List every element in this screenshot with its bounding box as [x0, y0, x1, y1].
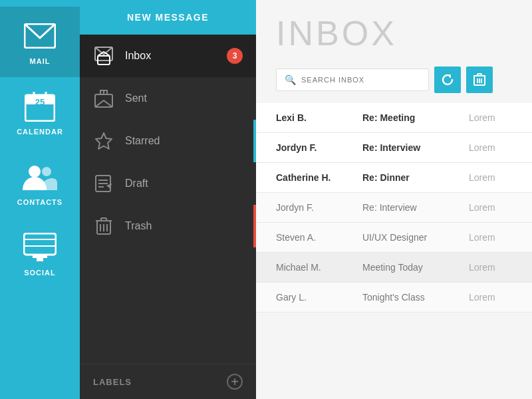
- sidebar-item-draft[interactable]: Draft: [80, 162, 256, 205]
- sent-label: Sent: [125, 92, 243, 104]
- sidebar-item-starred[interactable]: Starred: [80, 120, 256, 162]
- email-preview: Lorem: [469, 232, 512, 243]
- inbox-badge: 3: [227, 48, 243, 64]
- sidebar-item-trash[interactable]: Trash: [80, 205, 256, 247]
- nav-label-social: SOCIAL: [24, 269, 56, 277]
- sidebar: NEW MESSAGE Inbox 3: [80, 0, 256, 399]
- table-row[interactable]: Catherine H. Re: Dinner Lorem: [256, 163, 532, 193]
- sent-icon: [93, 88, 114, 109]
- main-header: INBOX: [256, 0, 532, 60]
- main-content: INBOX 🔍 Lexi: [256, 0, 532, 399]
- nav-label-calendar: CALENDAR: [17, 128, 63, 136]
- email-sender: Jordyn F.: [276, 142, 362, 153]
- refresh-button[interactable]: [434, 66, 461, 93]
- email-sender: Jordyn F.: [276, 202, 362, 213]
- delete-button[interactable]: [466, 66, 493, 93]
- nav-item-calendar[interactable]: 25 CALENDAR: [0, 77, 80, 148]
- inbox-icon: [93, 45, 114, 66]
- email-subject: UI/UX Designer: [362, 232, 469, 243]
- starred-label: Starred: [125, 135, 243, 147]
- table-row[interactable]: Gary L. Tonight's Class Lorem: [256, 283, 532, 313]
- svg-rect-8: [24, 233, 56, 255]
- email-sender: Gary L.: [276, 292, 362, 303]
- nav-item-contacts[interactable]: CONTACTS: [0, 148, 80, 218]
- svg-text:25: 25: [35, 97, 45, 107]
- svg-point-7: [42, 167, 51, 176]
- svg-point-6: [29, 166, 41, 178]
- email-preview: Lorem: [469, 142, 512, 153]
- email-sender: Michael M.: [276, 262, 362, 273]
- email-preview: Lorem: [469, 262, 512, 273]
- toolbar: 🔍: [256, 60, 532, 103]
- email-preview: Lorem: [469, 202, 512, 213]
- email-preview: Lorem: [469, 172, 512, 183]
- trash-label: Trash: [125, 220, 243, 232]
- trash-icon: [93, 215, 114, 237]
- table-row[interactable]: Jordyn F. Re: Interview Lorem: [256, 193, 532, 223]
- page-title: INBOX: [276, 13, 512, 53]
- email-sender: Catherine H.: [276, 172, 362, 183]
- labels-section: LABELS +: [80, 364, 256, 399]
- contacts-icon: [23, 160, 57, 194]
- nav-bar: MAIL 25 CALENDAR CONTACTS: [0, 0, 80, 399]
- email-preview: Lorem: [469, 112, 512, 123]
- email-list: Lexi B. Re: Meeting Lorem Jordyn F. Re: …: [256, 103, 532, 399]
- email-subject: Re: Dinner: [362, 172, 469, 183]
- new-message-button[interactable]: NEW MESSAGE: [80, 0, 256, 35]
- table-row[interactable]: Steven A. UI/UX Designer Lorem: [256, 223, 532, 253]
- email-sender: Steven A.: [276, 232, 362, 243]
- search-icon: 🔍: [285, 74, 296, 85]
- email-preview: Lorem: [469, 292, 512, 303]
- starred-icon: [93, 130, 114, 152]
- nav-item-mail[interactable]: MAIL: [0, 7, 80, 77]
- draft-icon: [93, 173, 114, 194]
- labels-add-button[interactable]: +: [227, 374, 243, 390]
- table-row[interactable]: Jordyn F. Re: Interview Lorem: [256, 133, 532, 163]
- mail-icon: [23, 19, 57, 53]
- nav-label-contacts: CONTACTS: [17, 198, 63, 206]
- labels-title: LABELS: [93, 377, 227, 387]
- email-subject: Re: Meeting: [362, 112, 469, 123]
- email-subject: Re: Interview: [362, 142, 469, 153]
- nav-item-social[interactable]: SOCIAL: [0, 218, 80, 289]
- sidebar-item-inbox[interactable]: Inbox 3: [80, 35, 256, 77]
- email-sender: Lexi B.: [276, 112, 362, 123]
- sidebar-menu: Inbox 3 Sent Starred: [80, 35, 256, 364]
- table-row[interactable]: Lexi B. Re: Meeting Lorem: [256, 103, 532, 133]
- search-box[interactable]: 🔍: [276, 68, 429, 91]
- svg-rect-12: [37, 258, 43, 261]
- email-subject: Re: Interview: [362, 202, 469, 213]
- email-subject: Tonight's Class: [362, 292, 469, 303]
- draft-label: Draft: [125, 178, 243, 190]
- inbox-label: Inbox: [125, 50, 227, 62]
- table-row[interactable]: Michael M. Meeting Today Lorem: [256, 253, 532, 283]
- calendar-icon: 25: [23, 89, 57, 124]
- email-subject: Meeting Today: [362, 262, 469, 273]
- svg-marker-17: [96, 133, 112, 149]
- nav-label-mail: MAIL: [30, 57, 51, 65]
- social-icon: [23, 230, 57, 265]
- svg-rect-11: [33, 254, 47, 258]
- search-input[interactable]: [301, 76, 420, 84]
- sidebar-item-sent[interactable]: Sent: [80, 77, 256, 120]
